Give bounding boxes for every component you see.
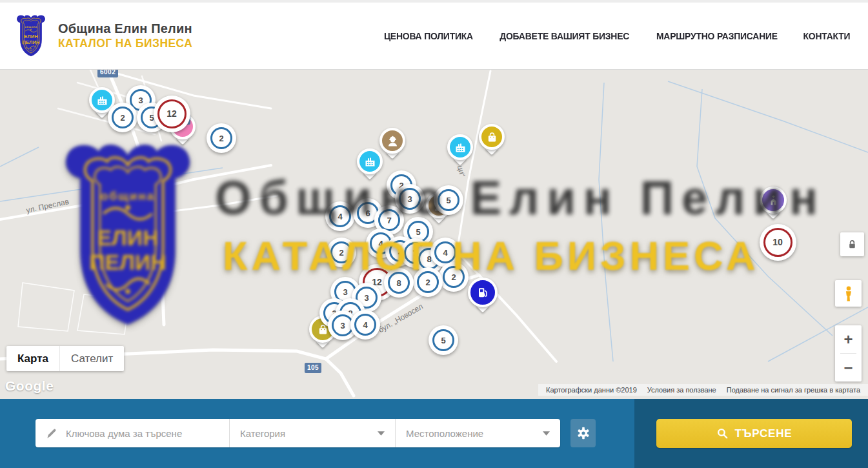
search-button-label: ТЪРСЕНЕ bbox=[735, 427, 792, 440]
cluster-count: 5 bbox=[438, 189, 459, 211]
cluster-count: 12 bbox=[157, 99, 187, 128]
map-type-satellite-button[interactable]: Сателит bbox=[59, 346, 124, 371]
map-attribution: Картографски данни ©2019 Условия за полз… bbox=[538, 384, 868, 396]
road-number-badge: 6002 bbox=[97, 70, 118, 77]
zoom-out-button[interactable]: − bbox=[835, 354, 862, 382]
cluster-marker[interactable]: 10 bbox=[760, 224, 796, 261]
brand[interactable]: община ЕЛИН ПЕЛИН Община Елин Пелин КАТА… bbox=[14, 14, 192, 57]
cluster-marker[interactable]: 2 bbox=[327, 238, 356, 267]
map-canvas[interactable]: 3251222354675242784221283338345106002105… bbox=[0, 70, 868, 399]
cluster-marker[interactable]: 4 bbox=[350, 310, 380, 340]
keyword-section bbox=[35, 419, 230, 447]
pin-marker[interactable] bbox=[760, 187, 787, 214]
factory-icon bbox=[357, 148, 383, 174]
gear-icon bbox=[576, 426, 590, 440]
brand-text: Община Елин Пелин КАТАЛОГ НА БИЗНЕСА bbox=[58, 21, 192, 50]
location-dropdown-value: Местоположение bbox=[406, 428, 483, 439]
cluster-marker[interactable]: 2 bbox=[413, 267, 443, 297]
pin-marker[interactable] bbox=[357, 148, 383, 174]
cluster-count: 2 bbox=[112, 107, 134, 128]
cluster-count: 3 bbox=[399, 188, 421, 210]
keyword-search-input[interactable] bbox=[66, 428, 221, 439]
cluster-marker[interactable]: 2 bbox=[207, 123, 236, 153]
brand-title: Община Елин Пелин bbox=[58, 21, 192, 37]
page: община ЕЛИН ПЕЛИН Община Елин Пелин КАТА… bbox=[0, 0, 868, 468]
factory-icon bbox=[447, 134, 473, 160]
search-bar: Категория Местоположение bbox=[0, 399, 868, 468]
cluster-count: 8 bbox=[388, 272, 410, 294]
pin-marker[interactable] bbox=[447, 134, 473, 160]
cluster-marker[interactable]: 5 bbox=[429, 325, 458, 355]
zoom-control: + − bbox=[835, 325, 862, 382]
advanced-settings-button[interactable] bbox=[570, 419, 596, 447]
pin-marker[interactable] bbox=[479, 124, 505, 150]
street-view-pegman-button[interactable] bbox=[835, 280, 862, 307]
cluster-count: 5 bbox=[432, 329, 454, 351]
pin-marker[interactable] bbox=[379, 128, 405, 154]
cluster-marker[interactable]: 5 bbox=[434, 185, 463, 215]
chevron-down-icon bbox=[543, 431, 550, 436]
cluster-count: 7 bbox=[378, 209, 400, 231]
worker-icon bbox=[379, 128, 405, 154]
location-dropdown[interactable]: Местоположение bbox=[395, 419, 560, 447]
nav-item[interactable]: КОНТАКТИ bbox=[803, 31, 851, 41]
bag-icon bbox=[479, 124, 505, 150]
crest-line1: ЕЛИН bbox=[24, 34, 38, 39]
cluster-count: 10 bbox=[763, 228, 792, 257]
road-number-badge: 105 bbox=[305, 363, 321, 373]
map-type-control: Карта Сателит bbox=[6, 346, 124, 371]
pencil-icon bbox=[46, 427, 58, 440]
crest-top-text: община bbox=[25, 25, 37, 28]
category-dropdown-value: Категория bbox=[240, 428, 285, 439]
church-icon bbox=[760, 187, 787, 214]
zoom-in-button[interactable]: + bbox=[835, 325, 862, 353]
nav-item[interactable]: ЦЕНОВА ПОЛИТИКА bbox=[384, 31, 473, 41]
map-type-map-button[interactable]: Карта bbox=[6, 346, 59, 371]
attribution-report-link[interactable]: Подаване на сигнал за грешка в картата bbox=[722, 386, 865, 394]
search-icon bbox=[716, 427, 729, 440]
cluster-marker[interactable]: 2 bbox=[439, 262, 469, 292]
cluster-marker[interactable]: 4 bbox=[325, 201, 355, 231]
lock-icon bbox=[847, 239, 858, 250]
attribution-data: Картографски данни ©2019 bbox=[541, 386, 642, 394]
brand-subtitle: КАТАЛОГ НА БИЗНЕСА bbox=[58, 37, 192, 50]
category-dropdown[interactable]: Категория bbox=[230, 419, 395, 447]
crest-line2: ПЕЛИН bbox=[22, 39, 40, 45]
fuel-icon bbox=[468, 278, 498, 307]
google-logo[interactable]: Google bbox=[5, 378, 54, 394]
attribution-terms-link[interactable]: Условия за ползване bbox=[642, 386, 722, 394]
chevron-down-icon bbox=[378, 431, 385, 436]
cluster-count: 4 bbox=[329, 205, 351, 227]
pegman-icon bbox=[842, 285, 856, 302]
lock-button[interactable] bbox=[840, 232, 864, 256]
cluster-count: 2 bbox=[443, 266, 465, 288]
header: община ЕЛИН ПЕЛИН Община Елин Пелин КАТА… bbox=[0, 0, 868, 70]
cluster-count: 2 bbox=[417, 271, 439, 293]
cluster-count: 4 bbox=[434, 241, 456, 263]
cluster-marker[interactable]: 12 bbox=[154, 96, 190, 132]
search-input-group: Категория Местоположение bbox=[35, 419, 560, 447]
municipality-crest-logo: община ЕЛИН ПЕЛИН bbox=[14, 14, 48, 57]
cluster-marker[interactable]: 2 bbox=[108, 103, 137, 132]
nav-item[interactable]: ДОБАВЕТЕ ВАШИЯТ БИЗНЕС bbox=[500, 31, 629, 41]
cluster-count: 4 bbox=[354, 314, 376, 336]
main-nav: ЦЕНОВА ПОЛИТИКАДОБАВЕТЕ ВАШИЯТ БИЗНЕСМАР… bbox=[382, 31, 851, 41]
search-button[interactable]: ТЪРСЕНЕ bbox=[656, 419, 852, 448]
nav-item[interactable]: МАРШРУТНО РАЗПИСАНИЕ bbox=[656, 31, 778, 41]
pin-marker[interactable] bbox=[468, 278, 498, 307]
cluster-count: 2 bbox=[330, 241, 352, 263]
cluster-count: 2 bbox=[210, 127, 232, 149]
cluster-marker[interactable]: 8 bbox=[384, 268, 414, 298]
